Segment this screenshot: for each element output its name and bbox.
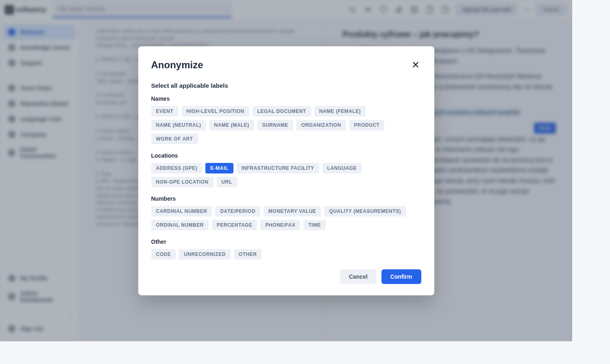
chip-organization[interactable]: Organization [296,120,346,130]
chip-surname[interactable]: Surname [257,120,293,130]
chip-cardinal-number[interactable]: Cardinal Number [151,206,212,217]
label-group-other: OtherCodeUnrecornizedOther [151,238,421,260]
chip-name-neutral-[interactable]: Name (Neutral) [151,120,206,130]
chip-infrastructure-facility[interactable]: Infrastructure Facility [237,163,319,173]
chip-name-female-[interactable]: Name (Female) [314,106,366,117]
chip-name-male-[interactable]: Name (Male) [209,120,254,130]
chip-other[interactable]: Other [234,249,262,260]
chip-non-gpe-location[interactable]: Non-GPE Location [151,177,214,187]
chip-legal-document[interactable]: Legal Document [253,106,311,117]
cancel-button[interactable]: Cancel [340,269,377,284]
modal-title: Anonymize [151,59,203,71]
chip-time[interactable]: Time [303,220,326,230]
chip-product[interactable]: Product [349,120,385,130]
chip-percentage[interactable]: Percentage [212,220,257,230]
label-group-locations: LocationsAddress (GPE)E-mailInfrastructu… [151,152,421,187]
chip-work-of-art[interactable]: Work of Art [151,134,198,144]
modal-subtitle: Select all applicable labels [151,82,421,89]
chip-ordinal-number[interactable]: Ordinal Number [151,220,209,230]
close-icon[interactable]: ✕ [410,58,421,72]
group-title: Names [151,95,421,102]
modal-backdrop[interactable]: Anonymize ✕ Select all applicable labels… [0,0,572,341]
group-title: Numbers [151,195,421,202]
chip-address-gpe-[interactable]: Address (GPE) [151,163,203,173]
chip-code[interactable]: Code [151,249,176,260]
chip-quality-measurements-[interactable]: Quality (Measurements) [324,206,406,217]
group-title: Locations [151,152,421,159]
chip-phone-fax[interactable]: Phone/Fax [260,220,300,230]
label-group-numbers: NumbersCardinal NumberDate/PeriodMonetar… [151,195,421,230]
chip-event[interactable]: Event [151,106,179,117]
chip-high-level-position[interactable]: High-Level Position [181,106,249,117]
label-group-names: NamesEventHigh-Level PositionLegal Docum… [151,95,421,144]
chip-language[interactable]: Language [322,163,362,173]
chip-unrecornized[interactable]: Unrecornized [179,249,231,260]
chip-e-mail[interactable]: E-mail [205,163,233,173]
chip-url[interactable]: URL [217,177,237,187]
chip-monetary-value[interactable]: Monetary Value [264,206,321,217]
anonymize-modal: Anonymize ✕ Select all applicable labels… [138,46,434,295]
chip-date-period[interactable]: Date/Period [215,206,260,217]
group-title: Other [151,238,421,245]
confirm-button[interactable]: Confirm [381,269,421,284]
